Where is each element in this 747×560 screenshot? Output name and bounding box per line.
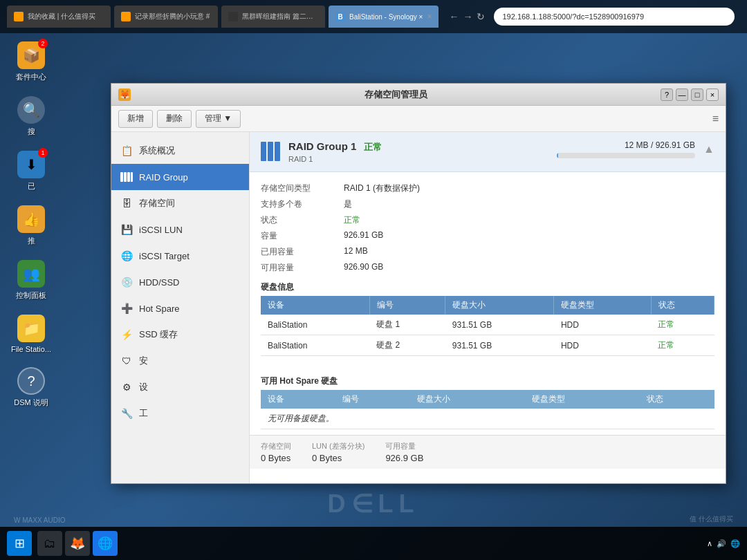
taskbar-apps: 🗂 🦊 🌐 — [37, 531, 118, 556]
ssd-cache-icon: ⚡ — [120, 328, 133, 342]
browser-tab-1[interactable]: 我的收藏 | 什么值得买 — [7, 6, 111, 28]
start-button[interactable]: ⊞ — [7, 531, 32, 556]
detail-section: 存储空间类型 RAID 1 (有数据保护) 支持多个卷 是 状态 正常 容量 9… — [250, 172, 726, 364]
disk-device: BaliStation — [261, 315, 369, 335]
control-icon: 👥 — [17, 260, 45, 288]
desktop-icon-download[interactable]: ⬇ 1 已 — [7, 151, 55, 192]
tab-icon-4: B — [335, 12, 345, 21]
desktop-icon-package[interactable]: 📦 2 套件中心 — [7, 41, 55, 82]
col-size: 硬盘大小 — [445, 296, 554, 315]
desktop-icon-browse[interactable]: 👍 推 — [7, 205, 55, 246]
list-view-toggle[interactable]: ≡ — [712, 113, 719, 125]
sidebar-hot-spare-label: Hot Spare — [139, 304, 180, 314]
tray-volume[interactable]: 🌐 — [730, 539, 740, 548]
detail-available-row: 可用容量 926.90 GB — [261, 260, 714, 276]
hs-col-size: 硬盘大小 — [409, 390, 524, 409]
no-data-row: 无可用备援硬盘。 — [261, 409, 714, 429]
desktop-icons: 📦 2 套件中心 🔍 搜 ⬇ 1 已 👍 推 👥 — [7, 41, 55, 408]
lun-stat: LUN (差落分块) 0 Bytes — [312, 441, 365, 463]
hdd-ssd-icon: 💿 — [120, 275, 133, 289]
help-icon: ? — [17, 367, 45, 395]
browser-tab-2[interactable]: 记录那些折腾的小玩意 # — [114, 6, 218, 28]
raid-group-status: 正常 — [364, 142, 382, 152]
taskbar-bottom: ⊞ 🗂 🦊 🌐 ∧ 🔊 🌐 — [0, 527, 747, 560]
scroll-arrow-up[interactable]: ▲ — [703, 143, 714, 156]
detail-used-row: 已用容量 12 MB — [261, 244, 714, 260]
maximize-button[interactable]: □ — [691, 88, 703, 101]
taskbar-app-2[interactable]: 🦊 — [65, 531, 90, 556]
desktop-icon-search[interactable]: 🔍 搜 — [7, 96, 55, 137]
zhidemai: 值 什么值得买 — [690, 514, 733, 524]
add-button[interactable]: 新增 — [118, 110, 153, 128]
raid-used: 12 MB — [625, 140, 649, 150]
available-stat: 可用容量 926.9 GB — [385, 441, 423, 463]
taskbar-app-3[interactable]: 🌐 — [93, 531, 118, 556]
search-icon: 🔍 — [17, 96, 45, 124]
browser-tab-3[interactable]: 黑群晖组建指南 篇二：s × — [221, 6, 325, 28]
raid-group-header[interactable]: RAID Group 1 正常 RAID 1 12 MB / 926.91 GB — [250, 132, 726, 172]
file-label: File Statio... — [11, 345, 51, 353]
hs-col-status: 状态 — [639, 390, 714, 409]
security-icon: 🛡 — [120, 354, 133, 368]
sidebar-settings-label: 设 — [139, 381, 148, 393]
tray-expand[interactable]: ∧ — [707, 539, 712, 548]
status-value: 正常 — [344, 214, 360, 226]
back-button[interactable]: ← — [449, 11, 459, 22]
sidebar-item-hot-spare[interactable]: ➕ Hot Spare — [111, 295, 249, 321]
browse-icon: 👍 — [17, 205, 45, 233]
forward-button[interactable]: → — [463, 11, 472, 22]
refresh-button[interactable]: ↻ — [477, 11, 485, 22]
raid-capacity: 12 MB / 926.91 GB — [557, 140, 695, 158]
hot-spare-icon: ➕ — [120, 301, 133, 315]
sidebar-item-storage[interactable]: 🗄 存储空间 — [111, 190, 249, 216]
browser-tab-4[interactable]: B BaliStation - Synology × × — [329, 6, 439, 28]
col-number: 编号 — [369, 296, 445, 315]
help-button[interactable]: ? — [661, 88, 673, 101]
desktop-icon-help[interactable]: ? DSM 说明 — [7, 367, 55, 408]
disk-table-row[interactable]: BaliStation 硬盘 1 931.51 GB HDD 正常 — [261, 315, 714, 335]
tray-network[interactable]: 🔊 — [717, 539, 726, 548]
dell-logo: D∈LL — [328, 489, 420, 519]
sidebar-ssd-cache-label: SSD 缓存 — [139, 328, 178, 341]
taskbar-right: ∧ 🔊 🌐 — [707, 539, 740, 548]
lun-stat-label: LUN (差落分块) — [312, 441, 365, 451]
disk-table-row[interactable]: BaliStation 硬盘 2 931.51 GB HDD 正常 — [261, 335, 714, 356]
disk-type: HDD — [554, 335, 651, 356]
sidebar-item-raid[interactable]: RAID Group — [111, 164, 249, 190]
sidebar-tools-label: 工 — [139, 407, 148, 420]
sidebar-item-tools[interactable]: 🔧 工 — [111, 400, 249, 427]
package-label: 套件中心 — [16, 72, 46, 82]
sidebar-item-iscsi-lun[interactable]: 💾 iSCSI LUN — [111, 216, 249, 243]
address-bar[interactable]: 192.168.1.188:5000/?dc=1528900916979 — [494, 8, 735, 26]
hs-col-type: 硬盘类型 — [524, 390, 639, 409]
sidebar-item-ssd-cache[interactable]: ⚡ SSD 缓存 — [111, 321, 249, 348]
sidebar-item-hdd-ssd[interactable]: 💿 HDD/SSD — [111, 269, 249, 295]
taskbar-app-1[interactable]: 🗂 — [37, 531, 62, 556]
tab-label-2: 记录那些折腾的小玩意 # — [135, 12, 210, 21]
desktop-icon-control[interactable]: 👥 控制面板 — [7, 260, 55, 301]
svg-rect-3 — [131, 172, 133, 182]
sidebar-item-iscsi-target[interactable]: 🌐 iSCSI Target — [111, 243, 249, 269]
tab-icon-3 — [228, 12, 238, 21]
available-stat-label: 可用容量 — [385, 441, 423, 451]
storage-manager-window: 🦊 存储空间管理员 ? — □ × 新增 删除 管理 ▼ ≡ 📋 — [111, 83, 726, 484]
close-button[interactable]: × — [706, 88, 719, 101]
manage-button[interactable]: 管理 ▼ — [196, 110, 241, 128]
col-device: 设备 — [261, 296, 369, 315]
disk-number: 硬盘 1 — [369, 315, 445, 335]
minimize-button[interactable]: — — [676, 88, 688, 101]
download-label: 已 — [28, 181, 35, 192]
sidebar-item-security[interactable]: 🛡 安 — [111, 348, 249, 374]
sidebar-item-settings[interactable]: ⚙ 设 — [111, 374, 249, 400]
tab-close-4[interactable]: × — [427, 12, 432, 21]
delete-button[interactable]: 删除 — [157, 110, 192, 128]
sidebar-item-overview[interactable]: 📋 系统概况 — [111, 138, 249, 164]
settings-icon: ⚙ — [120, 380, 133, 394]
app-icon: 🦊 — [118, 88, 131, 101]
desktop-icon-file[interactable]: 📁 File Statio... — [7, 315, 55, 353]
bottom-stats-bar: 存储空间 0 Bytes LUN (差落分块) 0 Bytes 可用容量 926… — [250, 435, 726, 469]
package-icon: 📦 2 — [17, 41, 45, 69]
sidebar-iscsi-target-label: iSCSI Target — [139, 251, 190, 261]
storage-icon: 🗄 — [120, 196, 133, 210]
used-label: 已用容量 — [261, 246, 344, 258]
